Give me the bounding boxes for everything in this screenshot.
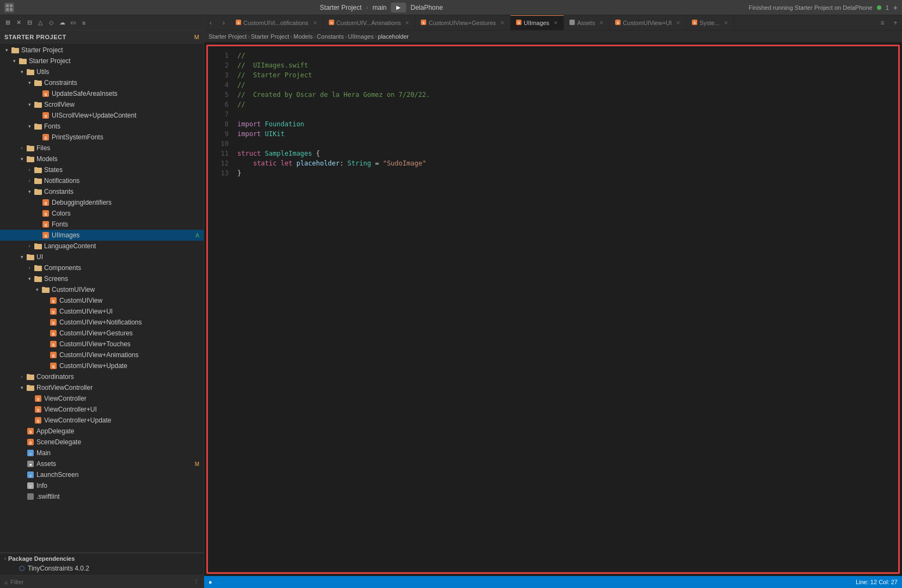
search-input[interactable] [10, 579, 193, 585]
tree-item-components[interactable]: Components [0, 262, 204, 273]
tab-close-tab3[interactable]: ✕ [500, 20, 505, 26]
tree-label-starter-project-sub: Starter Project [29, 57, 199, 65]
tree-item-starter-project-root[interactable]: Starter Project [0, 45, 204, 56]
tree-item-viewController-ui[interactable]: SViewController+UI [0, 404, 204, 415]
tree-item-customUIView-folder[interactable]: CustomUIView [0, 284, 204, 295]
tree-item-appDelegate[interactable]: SAppDelegate [0, 426, 204, 437]
line-content-6: // [237, 100, 894, 109]
tree-item-customUIView-ui[interactable]: SCustomUIView+UI [0, 306, 204, 317]
file-tree[interactable]: Starter ProjectStarter ProjectUtilsConst… [0, 44, 204, 553]
tree-item-starter-project-sub[interactable]: Starter Project [0, 56, 204, 66]
tree-file-icon-swiftlint [26, 492, 35, 501]
tab-close-tab4[interactable]: ✕ [554, 20, 558, 26]
tree-item-uiimages[interactable]: SUIImagesA [0, 230, 204, 241]
debug-navigator-icon[interactable]: ▭ [69, 19, 77, 27]
breadcrumb-item-4[interactable]: UIImages [348, 33, 373, 40]
tree-item-customUIView-gestures[interactable]: SCustomUIView+Gestures [0, 328, 204, 339]
tree-item-scrollview[interactable]: ScrollView [0, 99, 204, 110]
filter-options-icon[interactable]: ⋮ [193, 578, 199, 585]
tree-item-constraints[interactable]: Constraints [0, 77, 204, 88]
issue-navigator-icon[interactable]: ◇ [47, 19, 56, 27]
tree-item-assets[interactable]: ■AssetsM [0, 458, 204, 469]
line-number-7: 7 [212, 109, 229, 119]
tiny-constraints-item[interactable]: ⬡ TinyConstraints 4.0.2 [0, 563, 204, 574]
tree-item-viewController[interactable]: SViewController [0, 393, 204, 404]
tree-item-screens[interactable]: Screens [0, 273, 204, 284]
tree-item-info[interactable]: PInfo [0, 480, 204, 491]
tree-file-icon-assets: ■ [26, 460, 35, 468]
tab-list-button[interactable]: ≡ [876, 15, 889, 30]
tree-item-rootViewController-folder[interactable]: RootViewController [0, 382, 204, 393]
tab-tab5[interactable]: Assets✕ [564, 15, 610, 30]
tab-tab4[interactable]: SUIImages✕ [511, 15, 564, 30]
code-line-4: 4// [208, 80, 898, 90]
tree-label-coordinators: Coordinators [36, 373, 199, 381]
breadcrumb-item-0[interactable]: Starter Project [208, 33, 247, 40]
tree-item-updateSafeAreaInsets[interactable]: SUpdateSafeAreaInsets [0, 88, 204, 99]
line-number-3: 3 [212, 70, 229, 80]
breadcrumb-item-2[interactable]: Models [293, 33, 312, 40]
tree-arrow-main [17, 449, 26, 457]
tree-item-customUIView-notifications[interactable]: SCustomUIView+Notifications [0, 317, 204, 328]
tree-file-icon-uiimages: S [41, 231, 50, 240]
report-navigator-icon[interactable]: ≡ [79, 19, 88, 27]
tree-item-utils[interactable]: Utils [0, 66, 204, 77]
tree-item-states[interactable]: States [0, 164, 204, 175]
folder-icon-btn[interactable]: ⊞ [3, 19, 12, 27]
tab-close-tab1[interactable]: ✕ [313, 20, 317, 26]
tab-forward-button[interactable]: › [217, 15, 230, 30]
tab-tab3[interactable]: SCustomUIView+Gestures✕ [415, 15, 511, 30]
svg-text:S: S [29, 430, 32, 434]
source-control-icon[interactable]: ✕ [14, 19, 23, 27]
title-sep: › [366, 4, 368, 11]
tab-add-button[interactable]: + [889, 15, 902, 30]
tab-close-tab2[interactable]: ✕ [405, 20, 409, 26]
tree-item-swiftlint[interactable]: .swiftlint [0, 491, 204, 502]
tree-file-icon-ui [26, 253, 35, 261]
tree-item-colors[interactable]: SColors [0, 208, 204, 219]
tree-item-customUIView-file[interactable]: SCustomUIView [0, 295, 204, 306]
tab-tab6[interactable]: SCustomUIView+UI✕ [610, 15, 686, 30]
tree-item-customUIView-update[interactable]: SCustomUIView+Update [0, 360, 204, 371]
tree-item-printSystemFonts[interactable]: SPrintSystemFonts [0, 132, 204, 143]
tree-item-customUIView-animations[interactable]: SCustomUIView+Animations [0, 350, 204, 360]
tree-item-main[interactable]: XMain [0, 448, 204, 458]
tree-item-notifications[interactable]: Notifications [0, 175, 204, 186]
tree-arrow-rootViewController-folder [17, 383, 26, 392]
test-navigator-icon[interactable]: ☁ [58, 19, 66, 27]
tree-item-fonts-constants[interactable]: SFonts [0, 219, 204, 230]
sidebar-project-title: Starter Project [4, 34, 66, 40]
code-editor[interactable]: 1//2// UIImages.swift3// Starter Project… [206, 45, 900, 574]
tab-tab1[interactable]: SCustomUIVi...otifications✕ [230, 15, 323, 30]
tree-item-files[interactable]: Files [0, 143, 204, 154]
line-number-4: 4 [212, 80, 229, 90]
tree-item-languageContent[interactable]: LanguageContent [0, 241, 204, 252]
tab-back-button[interactable]: ‹ [204, 15, 217, 30]
find-icon[interactable]: △ [36, 19, 45, 27]
tree-item-sceneDelegate[interactable]: SSceneDelegate [0, 437, 204, 448]
tree-item-launchScreen[interactable]: XLaunchScreen [0, 469, 204, 480]
tab-close-tab7[interactable]: ✕ [724, 20, 728, 26]
tree-item-coordinators[interactable]: Coordinators [0, 371, 204, 382]
symbol-navigator-icon[interactable]: ⊟ [25, 19, 34, 27]
tab-tab2[interactable]: SCustomUIV...Animations✕ [323, 15, 416, 30]
tree-item-fonts-utils[interactable]: Fonts [0, 121, 204, 132]
tree-item-models[interactable]: Models [0, 154, 204, 164]
tree-item-uiscrollview[interactable]: SUIScrollView+UpdateContent [0, 110, 204, 121]
tree-item-viewController-update[interactable]: SViewController+Update [0, 415, 204, 426]
tree-item-customUIView-touches[interactable]: SCustomUIView+Touches [0, 339, 204, 350]
tree-item-constants[interactable]: Constants [0, 186, 204, 197]
tree-item-debuggingIdentifiers[interactable]: SDebuggingIdentifiers [0, 197, 204, 208]
tree-arrow-utils [17, 68, 26, 76]
breadcrumb-item-1[interactable]: Starter Project [251, 33, 289, 40]
add-button[interactable]: + [893, 3, 898, 12]
tree-label-sceneDelegate: SceneDelegate [36, 438, 199, 446]
grid-icon[interactable] [4, 3, 14, 13]
tab-close-tab6[interactable]: ✕ [676, 20, 680, 26]
tab-tab7[interactable]: SSyste...✕ [686, 15, 734, 30]
tree-item-ui[interactable]: UI [0, 252, 204, 262]
run-button[interactable]: ▶ [391, 3, 406, 13]
tab-close-tab5[interactable]: ✕ [599, 20, 604, 26]
breadcrumb-item-3[interactable]: Constants [317, 33, 344, 40]
tree-label-components: Components [44, 264, 199, 272]
